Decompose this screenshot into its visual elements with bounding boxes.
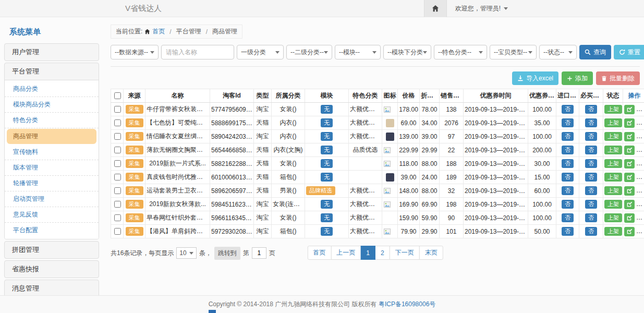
sidebar-item[interactable]: 版本管理	[5, 160, 99, 176]
pager-button[interactable]: 首页	[307, 246, 331, 260]
status-badge[interactable]: 上架	[604, 227, 622, 236]
filter-select[interactable]: 一级分类	[237, 45, 284, 59]
sidebar-group-header[interactable]: 拼团管理	[5, 242, 99, 258]
sidebar-item[interactable]: 宣传物料	[5, 145, 99, 160]
module-badge: 无	[321, 227, 333, 236]
sidebar-item[interactable]: 轮播管理	[5, 176, 99, 191]
caret-down-icon	[568, 51, 573, 54]
pager-button[interactable]: 末页	[419, 246, 443, 260]
pager-button[interactable]: 1	[360, 246, 375, 260]
must-buy-badge[interactable]: 否	[585, 146, 597, 154]
must-buy-badge[interactable]: 否	[585, 105, 597, 114]
user-menu[interactable]: 欢迎您，管理员!	[447, 0, 516, 17]
pager-button[interactable]: 下一页	[390, 246, 420, 260]
filter-select[interactable]: --宝贝类型--	[490, 45, 537, 59]
status-badge[interactable]: 上架	[604, 146, 622, 154]
edit-button[interactable]	[624, 105, 635, 114]
import-select-badge[interactable]: 否	[562, 173, 574, 182]
import-select-badge[interactable]: 否	[562, 105, 574, 114]
import-select-badge[interactable]: 否	[562, 200, 574, 209]
reset-button[interactable]: 重置	[614, 45, 644, 59]
must-buy-badge[interactable]: 否	[585, 132, 597, 141]
sidebar-item[interactable]: 意见反馈	[5, 207, 99, 223]
edit-button[interactable]	[624, 200, 635, 209]
filter-select[interactable]: --状态--	[539, 45, 577, 59]
status-badge[interactable]: 上架	[604, 173, 622, 182]
jump-button[interactable]: 跳转到	[214, 247, 240, 260]
filter-select[interactable]: --特色分类--	[434, 45, 487, 59]
import-select-badge[interactable]: 否	[562, 227, 574, 236]
row-checkbox[interactable]	[114, 214, 121, 221]
cell-feature-category: 大额优惠券	[349, 198, 382, 211]
filter-select[interactable]: --模块下分类--	[383, 45, 431, 59]
import-select-badge[interactable]: 否	[562, 146, 574, 154]
sidebar-item[interactable]: 启动页管理	[5, 191, 99, 207]
add-button[interactable]: 添加	[562, 71, 593, 85]
edit-button[interactable]	[624, 186, 635, 196]
status-badge[interactable]: 上架	[604, 213, 622, 222]
status-badge[interactable]: 上架	[604, 132, 622, 141]
edit-button[interactable]	[624, 118, 635, 128]
must-buy-badge[interactable]: 否	[585, 159, 597, 168]
data-source-select[interactable]: --数据来源--	[111, 45, 159, 59]
must-buy-badge[interactable]: 否	[585, 186, 597, 195]
must-buy-badge[interactable]: 否	[585, 200, 597, 209]
row-checkbox[interactable]	[114, 174, 121, 180]
row-checkbox[interactable]	[114, 160, 121, 167]
breadcrumb-home-link[interactable]: 首页	[152, 27, 165, 36]
search-button[interactable]: 查询	[579, 45, 611, 59]
table-header-row: 来源名称淘客Id类型所属分类模块特色分类图标价格折后价销售数量优惠券时间优惠券金…	[111, 89, 644, 103]
column-header: 淘客Id	[210, 89, 254, 103]
status-badge[interactable]: 上架	[604, 200, 622, 209]
edit-button[interactable]	[624, 132, 635, 141]
sidebar-item[interactable]: 商品管理	[7, 129, 96, 144]
icp-link[interactable]: 粤ICP备16098006号	[379, 300, 435, 309]
sidebar-group-header[interactable]: 平台管理	[5, 63, 99, 80]
row-checkbox[interactable]	[114, 106, 121, 113]
edit-button[interactable]	[624, 159, 635, 168]
cell-feature-category: 品质优选	[349, 143, 382, 157]
edit-button[interactable]	[624, 173, 635, 182]
import-select-badge[interactable]: 否	[562, 118, 574, 127]
edit-button[interactable]	[624, 213, 635, 223]
pager-button[interactable]: 上一页	[331, 246, 361, 260]
select-all-checkbox[interactable]	[114, 92, 121, 99]
row-checkbox[interactable]	[114, 147, 121, 153]
status-badge[interactable]: 上架	[604, 186, 622, 195]
pager-button[interactable]: 2	[375, 246, 390, 260]
home-button[interactable]	[424, 0, 447, 17]
row-checkbox[interactable]	[114, 201, 121, 208]
sidebar-group-header[interactable]: 用户管理	[5, 44, 99, 61]
import-select-badge[interactable]: 否	[562, 132, 574, 141]
row-checkbox[interactable]	[114, 119, 121, 126]
sidebar-item[interactable]: 商品分类	[5, 81, 99, 97]
batch-delete-button[interactable]: 批量删除	[596, 71, 640, 85]
sidebar-item[interactable]: 平台配置	[5, 223, 99, 238]
status-badge[interactable]: 上架	[604, 105, 622, 114]
sidebar-group-header[interactable]: 消息管理	[5, 280, 99, 295]
must-buy-badge[interactable]: 否	[585, 118, 597, 127]
name-search-input[interactable]	[161, 45, 234, 59]
row-checkbox[interactable]	[114, 187, 121, 194]
page-size-select[interactable]: 10	[176, 247, 196, 259]
import-select-badge[interactable]: 否	[562, 159, 574, 168]
sidebar-item[interactable]: 模块商品分类	[5, 97, 99, 113]
edit-button[interactable]	[624, 227, 635, 236]
import-select-badge[interactable]: 否	[562, 186, 574, 195]
page-number-input[interactable]	[252, 247, 266, 259]
edit-button[interactable]	[624, 146, 635, 155]
filter-select[interactable]: --二级分类--	[286, 45, 332, 59]
sidebar-group-header[interactable]: 省惠快报	[5, 261, 99, 278]
must-buy-badge[interactable]: 否	[585, 173, 597, 182]
row-checkbox[interactable]	[114, 133, 121, 140]
row-checkbox[interactable]	[114, 228, 121, 235]
must-buy-badge[interactable]: 否	[585, 227, 597, 236]
status-badge[interactable]: 上架	[604, 118, 622, 127]
must-buy-badge[interactable]: 否	[585, 213, 597, 222]
import-select-badge[interactable]: 否	[562, 213, 574, 222]
import-excel-button[interactable]: 导入excel	[512, 71, 558, 85]
filter-select[interactable]: --模块--	[335, 45, 381, 59]
sidebar-item[interactable]: 特色分类	[5, 113, 99, 128]
status-badge[interactable]: 上架	[604, 159, 622, 168]
cell-price: 39.00	[398, 171, 420, 184]
